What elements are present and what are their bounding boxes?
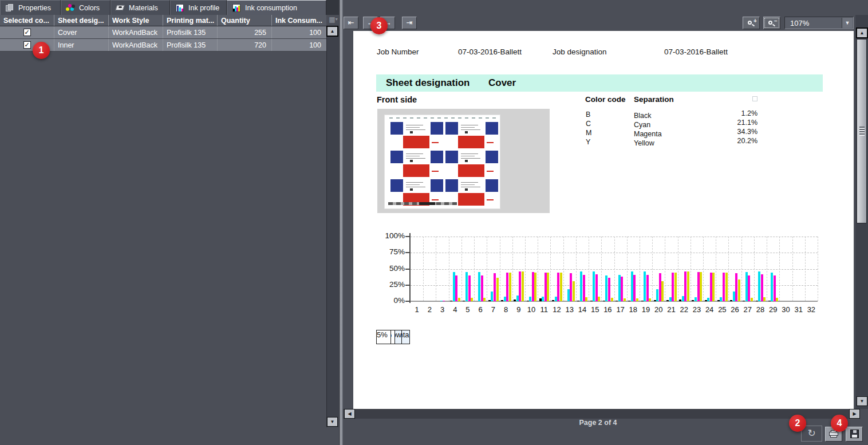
preview-hscrollbar-track[interactable] xyxy=(343,409,855,419)
report-page: Job Number 07-03-2016-Ballett Job design… xyxy=(353,31,854,409)
cell-material: Profisilk 135 xyxy=(163,26,218,38)
ticket-block-blue xyxy=(445,122,458,135)
column-header-workstyle[interactable]: Work Style xyxy=(109,15,163,26)
preview-scroll-down-icon[interactable]: ▼ xyxy=(857,396,867,406)
preview-vscrollbar-thumb[interactable] xyxy=(857,39,867,223)
chart-vgridline xyxy=(818,237,818,301)
tab-ink-consumption[interactable]: Ink consumption xyxy=(227,0,326,15)
chart-bar-black xyxy=(705,300,707,301)
chart-vgridline xyxy=(640,237,640,301)
job-number-label: Job Number xyxy=(377,48,419,56)
ink-profile-icon xyxy=(175,4,184,12)
column-header-sheet[interactable]: Sheet desig... xyxy=(54,15,109,26)
tab-properties[interactable]: Properties xyxy=(0,0,61,15)
preview-scroll-right-icon[interactable]: ▶ xyxy=(849,409,860,419)
row-checkbox[interactable]: ✓ xyxy=(23,29,31,36)
chart-bar-magenta xyxy=(545,273,547,301)
chart-bar-black xyxy=(514,300,516,301)
last-page-icon: ⇥ xyxy=(407,18,413,27)
column-header-ink[interactable]: Ink Consum... xyxy=(272,15,326,26)
chart-vgridline xyxy=(474,237,475,301)
cell-workstyle: WorkAndBack xyxy=(109,26,163,38)
preview-scroll-left-icon[interactable]: ◀ xyxy=(344,409,355,419)
zoom-out-icon: − xyxy=(768,19,776,27)
annotation-badge-4: 4 xyxy=(831,415,848,432)
column-header-quantity[interactable]: Quantity xyxy=(218,15,272,26)
chart-bar-yellow xyxy=(776,298,778,301)
row-checkbox[interactable]: ✓ xyxy=(23,41,31,49)
preview-scroll-up-icon[interactable]: ▲ xyxy=(857,28,867,38)
scroll-down-icon[interactable]: ▼ xyxy=(327,417,338,427)
chart-bar-cyan xyxy=(771,273,773,301)
chart-x-label: 15 xyxy=(589,305,601,314)
ticket-block-blue xyxy=(445,151,458,163)
separation-name: Yellow xyxy=(634,139,654,147)
ticket-red-mark xyxy=(487,169,494,172)
chart-ytick xyxy=(405,269,409,270)
ticket-block-red xyxy=(458,136,484,148)
first-page-button[interactable]: ⇤ xyxy=(344,17,358,29)
ticket-block-blue xyxy=(390,151,403,163)
cell-ink: 100 xyxy=(272,26,326,38)
color-control-bar-solid xyxy=(419,202,435,205)
tab-materials[interactable]: Materials xyxy=(111,0,170,15)
chart-vgridline xyxy=(614,237,615,301)
chart-bar-black xyxy=(616,301,618,301)
tab-colors[interactable]: Colors xyxy=(61,0,111,15)
chart-y-axis xyxy=(409,233,411,303)
save-button[interactable] xyxy=(846,427,863,442)
separation-name: Black xyxy=(634,112,652,120)
chart-bar-black xyxy=(590,301,593,301)
chart-bar-cyan xyxy=(695,297,697,301)
ticket-text-line xyxy=(461,187,480,187)
annotation-badge-2: 2 xyxy=(789,415,806,432)
ticket-text-line xyxy=(461,158,480,159)
chart-bar-magenta xyxy=(659,273,661,301)
ticket-block-blue xyxy=(486,179,498,192)
chart-bar-black xyxy=(527,301,529,301)
left-scrollbar-track[interactable] xyxy=(326,26,339,427)
ticket-text-line xyxy=(406,158,425,159)
tab-ink-profile[interactable]: Ink profile xyxy=(170,0,227,15)
chart-ytick-label: 25% xyxy=(369,280,405,289)
job-number-value: 07-03-2016-Ballett xyxy=(458,48,522,56)
zoom-in-button[interactable]: + xyxy=(743,17,760,29)
ticket-text-mark xyxy=(465,131,468,133)
chart-bar-black xyxy=(577,301,579,301)
chart-bar-magenta xyxy=(761,274,763,301)
chart-ytick xyxy=(405,301,409,302)
tab-label: Properties xyxy=(18,4,51,12)
table-config-icon[interactable]: ▦▾ xyxy=(328,15,339,26)
sheet-table-header: Selected co... Sheet desig... Work Style… xyxy=(0,15,326,26)
chart-vgridline xyxy=(792,237,793,301)
chart-bar-cyan xyxy=(644,271,646,301)
properties-icon xyxy=(5,4,14,12)
panel-splitter[interactable] xyxy=(339,0,343,445)
sheet-row-cover[interactable]: ✓ Cover WorkAndBack Profisilk 135 255 10… xyxy=(0,26,326,39)
chart-x-label: 19 xyxy=(640,305,652,314)
last-page-button[interactable]: ⇥ xyxy=(402,17,417,29)
separation-code: B xyxy=(586,111,590,119)
ticket-text-mark xyxy=(465,160,468,162)
separation-header: Separation xyxy=(634,95,674,104)
chevron-down-icon[interactable]: ▼ xyxy=(842,18,853,28)
column-header-selected[interactable]: Selected co... xyxy=(0,15,54,26)
chart-x-label: 7 xyxy=(487,305,499,314)
scroll-up-icon[interactable]: ▲ xyxy=(327,26,338,36)
ticket-block-blue xyxy=(486,122,498,135)
column-header-material[interactable]: Printing mat... xyxy=(163,15,218,26)
ticket-block-blue xyxy=(431,151,443,163)
ticket-text-line xyxy=(461,129,480,130)
ticket-red-mark xyxy=(487,198,494,200)
zoom-out-button[interactable]: − xyxy=(763,17,780,29)
cell-ink: 100 xyxy=(272,39,326,51)
chart-vgridline xyxy=(589,237,589,301)
separation-value: 21.1% xyxy=(708,119,757,127)
ticket-text-line xyxy=(406,182,423,183)
zoom-level-dropdown[interactable]: 107% ▼ xyxy=(784,17,854,29)
chart-bar-cyan xyxy=(529,297,531,301)
chart-vgridline xyxy=(436,237,436,301)
tab-label: Ink profile xyxy=(188,4,219,12)
chart-x-label: 9 xyxy=(512,305,525,314)
chart-bar-yellow xyxy=(674,273,677,301)
